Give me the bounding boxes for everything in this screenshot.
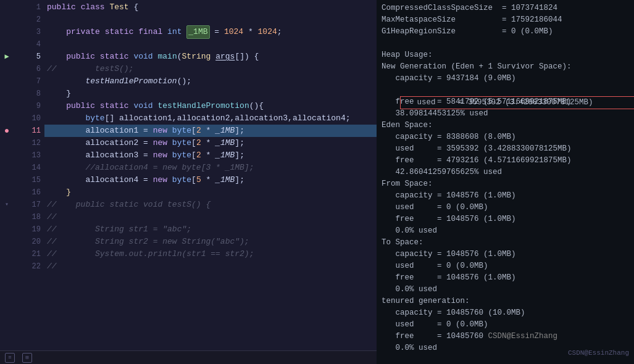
console-line-29: free = 10485760 CSDN@EssinZhang <box>382 331 629 342</box>
console-line-3: G1HeapRegionSize = 0 (0.0MB) <box>382 26 629 38</box>
console-panel: CompressedClassSpaceSize = 1073741824 Ma… <box>377 0 634 364</box>
code-line-21: // System.out.println(str1 == str2); <box>44 248 377 260</box>
status-bar: ≡ ⊞ <box>0 350 377 364</box>
line-num-8: 8 <box>36 88 41 100</box>
line-num-14: 14 <box>32 162 41 174</box>
console-line-10: 38.09814453125% used <box>382 108 629 120</box>
console-line-24: free = 1048576 (1.0MB) <box>382 272 629 284</box>
console-line-7: capacity = 9437184 (9.0MB) <box>382 73 629 85</box>
gutter-icon-9 <box>0 100 14 112</box>
gutter-icon-6 <box>0 63 14 75</box>
gutter-icon-3 <box>0 26 14 38</box>
console-line-23: used = 0 (0.0MB) <box>382 260 629 272</box>
code-area: ▶ ● ▾ <box>0 0 377 350</box>
code-line-12: allocation2 = new byte[2 * _1MB]; <box>44 137 377 149</box>
line-num-9: 9 <box>36 100 41 112</box>
line-num-3: 3 <box>36 26 41 38</box>
console-line-4 <box>382 38 629 49</box>
gutter-icon-1 <box>0 1 14 14</box>
console-line-28: used = 0 (0.0MB) <box>382 319 629 331</box>
console-line-12: capacity = 8388608 (8.0MB) <box>382 131 629 143</box>
gutter-icon-15 <box>0 174 14 186</box>
line-num-19: 19 <box>32 223 41 236</box>
line-num-20: 20 <box>32 236 41 248</box>
status-icon-2[interactable]: ⊞ <box>22 353 32 363</box>
gutter-icon-21 <box>0 248 14 260</box>
console-line-20: 0.0% used <box>382 225 629 237</box>
code-line-4 <box>44 38 377 51</box>
line-num-7: 7 <box>36 75 41 88</box>
line-num-16: 16 <box>32 186 41 199</box>
gutter-icon-7 <box>0 75 14 88</box>
code-line-16: } <box>44 186 377 199</box>
line-num-21: 21 <box>32 248 41 260</box>
line-num-6: 6 <box>36 63 41 75</box>
code-line-15: allocation4 = new byte[5 * _1MB]; <box>44 174 377 186</box>
code-line-11: allocation1 = new byte[2 * _1MB]; <box>44 125 377 137</box>
console-line-22: capacity = 1048576 (1.0MB) <box>382 249 629 260</box>
console-line-18: used = 0 (0.0MB) <box>382 202 629 213</box>
console-line-16: From Space: <box>382 178 629 190</box>
line-num-10: 10 <box>32 112 41 125</box>
run-icon[interactable]: ▶ <box>0 51 14 63</box>
console-line-5: Heap Usage: <box>382 49 629 61</box>
console-line-19: free = 1048576 (1.0MB) <box>382 213 629 225</box>
line-num-12: 12 <box>32 137 41 149</box>
code-line-17: // public static void testS() { <box>44 199 377 211</box>
line-numbers: 1 2 3 4 5 6 7 8 9 10 11 12 13 14 15 16 1… <box>14 0 44 350</box>
code-line-18: // <box>44 211 377 223</box>
console-line-15: 42.86041259765625% used <box>382 167 629 178</box>
breakpoint-icon[interactable]: ● <box>0 125 14 137</box>
code-line-5: public static void main(String args[]) { <box>44 51 377 63</box>
line-num-18: 18 <box>32 211 41 223</box>
console-line-2: MaxMetaspaceSize = 17592186044 <box>382 14 629 26</box>
code-line-1: public class Test { <box>44 1 377 14</box>
gutter-icons: ▶ ● ▾ <box>0 0 14 350</box>
code-line-14: //allocation4 = new byte[3 * _1MB]; <box>44 162 377 174</box>
gutter-icon-2 <box>0 14 14 26</box>
code-line-8: } <box>44 88 377 100</box>
code-line-22: // <box>44 260 377 273</box>
code-line-13: allocation3 = new byte[2 * _1MB]; <box>44 149 377 162</box>
console-line-27: capacity = 10485760 (10.0MB) <box>382 307 629 319</box>
line-num-22: 22 <box>32 260 41 273</box>
gutter-icon-8 <box>0 88 14 100</box>
console-line-17: capacity = 1048576 (1.0MB) <box>382 190 629 202</box>
console-line-8: used = 3595392 (3.4288330078125MB) <box>382 85 629 96</box>
line-num-1: 1 <box>36 1 41 14</box>
gutter-icon-13 <box>0 149 14 162</box>
gutter-icon-22 <box>0 260 14 273</box>
code-line-6: // testS(); <box>44 63 377 75</box>
console-line-11: Eden Space: <box>382 120 629 131</box>
console-line-1: CompressedClassSpaceSize = 1073741824 <box>382 2 629 14</box>
gutter-icon-18 <box>0 211 14 223</box>
watermark: CSDN@EssinZhang <box>568 347 629 359</box>
line-num-5: 5 <box>36 51 41 63</box>
gutter-icon-4 <box>0 38 14 51</box>
line-num-4: 4 <box>36 38 41 51</box>
gutter-icon-19 <box>0 223 14 236</box>
console-line-21: To Space: <box>382 237 629 249</box>
gutter-icon-14 <box>0 162 14 174</box>
console-line-13: used = 3595392 (3.4288330078125MB) <box>382 143 629 155</box>
line-num-13: 13 <box>32 149 41 162</box>
console-line-26: tenured generation: <box>382 296 629 307</box>
line-num-17: 17 <box>32 199 41 211</box>
gutter-icon-10 <box>0 112 14 125</box>
code-line-20: // String str2 = new String("abc"); <box>44 236 377 248</box>
code-line-3: private static final int _1MB = 1024 * 1… <box>44 26 377 38</box>
code-line-10: byte[] allocation1,allocation2,allocatio… <box>44 112 377 125</box>
gutter-icon-16 <box>0 186 14 199</box>
console-line-25: 0.0% used <box>382 284 629 296</box>
status-icon-1[interactable]: ≡ <box>5 353 15 363</box>
code-line-19: // String str1 = "abc"; <box>44 223 377 236</box>
gutter-icon-20 <box>0 236 14 248</box>
editor-panel: ▶ ● ▾ <box>0 0 377 364</box>
line-num-15: 15 <box>32 174 41 186</box>
code-line-9: public static void testHandlePromotion()… <box>44 100 377 112</box>
fold-icon[interactable]: ▾ <box>0 199 14 211</box>
code-line-2 <box>44 14 377 26</box>
console-line-6: New Generation (Eden + 1 Survivor Space)… <box>382 61 629 73</box>
gutter-icon-12 <box>0 137 14 149</box>
code-line-7: testHandlePromotion(); <box>44 75 377 88</box>
